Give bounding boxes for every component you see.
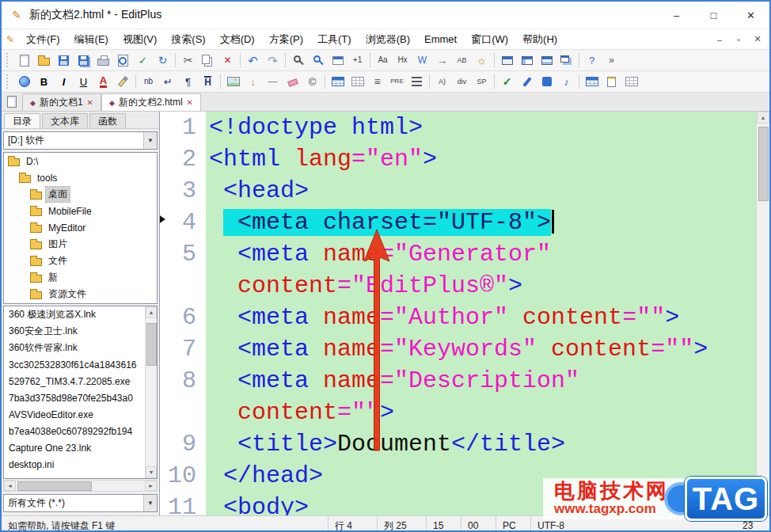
find-in-files-button[interactable] (328, 51, 348, 69)
change-case-button[interactable]: Aa (373, 51, 393, 69)
stylesheet-button[interactable] (537, 73, 556, 90)
menu-item[interactable]: 搜索(S) (164, 29, 212, 49)
scroll-up-icon[interactable]: ▲ (146, 306, 157, 318)
table-button[interactable] (328, 73, 348, 90)
editor-area[interactable]: 1<!doctype html>2<html lang="en">3<head>… (160, 112, 756, 515)
menu-item[interactable]: 文档(D) (213, 29, 262, 49)
eraser-button[interactable] (283, 73, 302, 90)
file-item[interactable]: Capture One 23.lnk (4, 439, 145, 456)
highlight-button[interactable] (113, 73, 133, 90)
toggle-directory-window-button[interactable] (517, 51, 537, 69)
underline-button[interactable]: U (74, 73, 93, 90)
fullscreen-button[interactable] (497, 51, 517, 69)
tree-item[interactable]: 桌面 (4, 186, 157, 203)
scroll-left-icon[interactable]: ◄ (4, 481, 16, 491)
file-item[interactable]: AVSVideoEditor.exe (4, 406, 145, 423)
list-button[interactable] (407, 73, 427, 90)
pre-button[interactable]: PRE (387, 73, 407, 90)
scroll-down-icon[interactable]: ▼ (146, 466, 157, 478)
heading-button[interactable]: H (198, 73, 218, 90)
tree-item[interactable]: tools (4, 169, 157, 186)
menu-item[interactable]: 工具(T) (310, 29, 359, 49)
nbsp-button[interactable]: nb (139, 73, 158, 90)
goto-line-button[interactable]: +1 (348, 51, 367, 69)
italic-button[interactable]: I (54, 73, 74, 90)
copyright-button[interactable]: © (302, 73, 322, 90)
reload-button[interactable]: ↻ (153, 51, 173, 69)
close-button[interactable]: ✕ (732, 2, 769, 28)
file-item[interactable]: 360 极速浏览器X.lnk (4, 306, 145, 323)
print-preview-button[interactable] (113, 51, 133, 69)
replace-button[interactable] (308, 51, 328, 69)
browser-preview-button[interactable] (14, 73, 34, 90)
sidebar-tab[interactable]: 目录 (4, 113, 40, 128)
new-file-button[interactable] (14, 51, 34, 69)
chevron-down-icon[interactable]: ▼ (143, 495, 157, 511)
maximize-button[interactable]: □ (695, 2, 732, 28)
mdi-minimize-button[interactable]: – (714, 35, 725, 44)
tree-item[interactable]: 资源文件 (4, 286, 157, 302)
scroll-right-icon[interactable]: ► (145, 481, 157, 491)
menu-item[interactable]: Emmet (417, 29, 464, 49)
syntax-check-button[interactable]: ✓ (497, 73, 517, 90)
tree-item[interactable]: 文件 (4, 253, 157, 269)
editor-scrollbar[interactable]: ▲ ▼ (756, 112, 769, 515)
tree-item[interactable]: D:\ (4, 153, 157, 169)
file-item[interactable]: 529762_TIM3.4.7.22085.exe (4, 373, 145, 390)
preferences-button[interactable]: ☼ (472, 51, 492, 69)
hex-viewer-button[interactable]: Hx (393, 51, 412, 69)
minimize-button[interactable]: – (658, 2, 695, 28)
span-button[interactable]: SP (472, 73, 492, 90)
sidebar-tab[interactable]: 文本库 (42, 113, 88, 128)
file-filter-selector[interactable]: 所有文件 (*.*) ▼ (3, 494, 158, 512)
tree-item[interactable]: MyEditor (4, 219, 157, 236)
scrollbar-thumb[interactable] (146, 323, 157, 366)
div-align-button[interactable]: A) (432, 73, 452, 90)
word-wrap-button[interactable]: W (412, 51, 432, 69)
mdi-close-button[interactable]: ✕ (752, 34, 763, 44)
drive-selector[interactable]: [D:] 软件 ▼ (3, 131, 158, 150)
undo-button[interactable]: ↶ (243, 51, 263, 69)
menu-item[interactable]: 方案(P) (262, 29, 310, 49)
horizontal-rule-button[interactable]: — (263, 73, 283, 90)
open-file-button[interactable] (34, 51, 54, 69)
cut-button[interactable]: ✂ (178, 51, 198, 69)
anchor-button[interactable]: ↓ (243, 73, 263, 90)
toolbar-options-button[interactable]: » (602, 51, 621, 69)
copy-button[interactable] (198, 51, 218, 69)
file-item[interactable]: 7ba3d3758d98e70fe25b43a0 (4, 390, 145, 406)
tree-item[interactable]: MobileFile (4, 203, 157, 219)
file-list-scrollbar[interactable]: ▲ ▼ (145, 306, 157, 478)
redo-button[interactable]: ↷ (263, 51, 283, 69)
document-tab[interactable]: ◆新的文档1✕ (22, 93, 101, 111)
line-break-button[interactable]: ↵ (158, 73, 178, 90)
menu-item[interactable]: 帮助(H) (515, 29, 564, 49)
menu-item[interactable]: 视图(V) (116, 29, 164, 49)
toggle-output-window-button[interactable] (537, 51, 556, 69)
chevron-down-icon[interactable]: ▼ (143, 132, 157, 149)
div-button[interactable]: div (452, 73, 472, 90)
tab-close-icon[interactable]: ✕ (87, 98, 93, 107)
file-item[interactable]: 360安全卫士.lnk (4, 323, 145, 340)
multimedia-button[interactable]: ♪ (556, 73, 576, 90)
file-item[interactable]: desktop.ini (4, 456, 145, 473)
table-header-button[interactable] (582, 73, 602, 90)
print-button[interactable] (93, 51, 113, 69)
tree-item[interactable]: 新 (4, 269, 157, 286)
tree-item[interactable]: 图片 (4, 236, 157, 253)
file-item[interactable]: 3cc302532830f61c4a1843616 (4, 356, 145, 373)
menu-item[interactable]: 文件(F) (19, 29, 67, 49)
menu-item[interactable]: 浏览器(B) (359, 29, 417, 49)
scrollbar-thumb[interactable] (758, 127, 769, 201)
delete-button[interactable]: ✕ (218, 51, 237, 69)
context-help-button[interactable]: ? (582, 51, 602, 69)
window-list-button[interactable] (556, 51, 576, 69)
file-list-hscrollbar[interactable]: ◄ ► (3, 480, 158, 492)
find-button[interactable] (288, 51, 308, 69)
edit-source-button[interactable] (517, 73, 537, 90)
save-button[interactable] (54, 51, 74, 69)
sidebar-tab[interactable]: 函数 (89, 113, 126, 128)
menu-item[interactable]: 编辑(E) (67, 29, 116, 49)
menu-item[interactable]: 窗口(W) (464, 29, 515, 49)
grid-small-button[interactable] (621, 73, 641, 90)
